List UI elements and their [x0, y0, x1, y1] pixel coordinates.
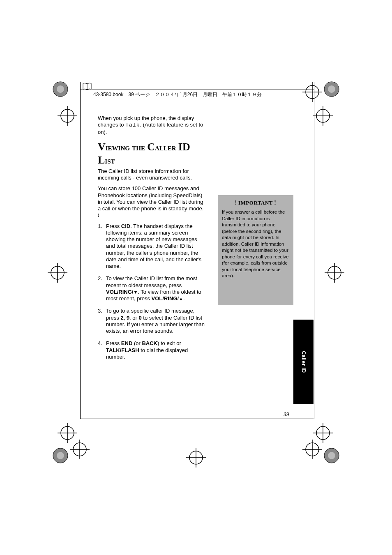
down-triangle-icon: ▼ — [133, 290, 138, 295]
main-content: When you pick up the phone, the display … — [98, 115, 205, 366]
step-3: 3. To go to a specific caller ID message… — [98, 308, 205, 334]
crosshair-icon — [70, 440, 90, 459]
tab-label: Caller ID — [301, 351, 307, 373]
step-4: 4. Press END (or BACK) to exit or TALK/F… — [98, 340, 205, 360]
exclamation-icon: ! — [234, 199, 239, 206]
crosshair-icon — [325, 263, 344, 283]
crosshair-icon — [186, 448, 206, 467]
important-text: If you answer a call before the Caller I… — [222, 209, 289, 279]
body-paragraph-1: The Caller ID list stores information fo… — [98, 168, 205, 182]
exclamation-icon: ! — [273, 199, 278, 206]
crosshair-icon — [313, 106, 333, 126]
step-1: 1. Press CID. The handset displays the f… — [98, 223, 205, 270]
page-number: 39 — [284, 412, 289, 417]
registration-mark-icon — [324, 81, 339, 97]
registration-mark-icon — [53, 81, 68, 97]
registration-mark-icon — [324, 448, 339, 463]
section-heading: Viewing the Caller ID List — [98, 140, 205, 167]
important-title: !IMPORTANT! — [222, 198, 289, 207]
svg-point-7 — [328, 452, 335, 459]
important-callout: !IMPORTANT! If you answer a call before … — [218, 195, 293, 305]
step-list: 1. Press CID. The handset displays the f… — [98, 223, 205, 361]
svg-point-3 — [328, 85, 335, 93]
up-triangle-icon: ▲ — [179, 296, 183, 301]
crosshair-icon — [58, 106, 77, 126]
body-paragraph-2: You can store 100 Caller ID messages and… — [98, 185, 205, 219]
registration-mark-icon — [53, 448, 68, 463]
svg-point-1 — [57, 85, 64, 93]
crosshair-icon — [48, 263, 67, 283]
crosshair-icon — [302, 440, 322, 459]
intro-paragraph: When you pick up the phone, the display … — [98, 115, 205, 136]
section-tab: Caller ID — [293, 320, 314, 404]
svg-point-5 — [57, 452, 64, 459]
step-2: 2. To view the Caller ID list from the m… — [98, 275, 205, 302]
